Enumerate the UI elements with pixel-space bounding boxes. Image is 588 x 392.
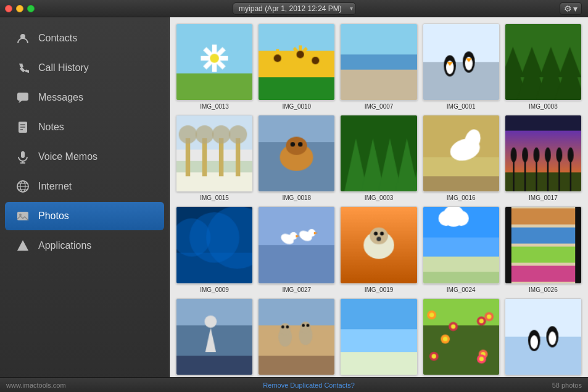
- photo-thumb-IMG_0008: [505, 23, 582, 101]
- photo-item-IMG_0018[interactable]: IMG_0018: [258, 115, 335, 201]
- photo-item-IMG_0008[interactable]: IMG_0008: [505, 23, 582, 110]
- photo-item-IMG_0010[interactable]: IMG_0010: [258, 23, 335, 110]
- photo-label-IMG_0019: IMG_0019: [365, 286, 394, 293]
- sidebar-item-applications[interactable]: Applications: [5, 231, 164, 260]
- messages-icon: [15, 90, 31, 106]
- photo-label-IMG_0026: IMG_0026: [529, 286, 558, 293]
- photo-thumb-IMG_0026: [505, 206, 582, 283]
- photo-thumb-IMG_0017: [505, 115, 582, 192]
- sidebar-item-label-messages: Messages: [38, 92, 83, 103]
- photo-label-IMG_0018: IMG_0018: [282, 194, 311, 201]
- photo-item-IMG_0009[interactable]: IMG_0009: [176, 206, 253, 293]
- photo-label-IMG_0001: IMG_0001: [447, 103, 476, 110]
- photo-thumb-IMG_0015: [176, 115, 253, 192]
- photo-item-IMG_0013[interactable]: IMG_0013: [176, 23, 253, 110]
- photo-label-IMG_0024: IMG_0024: [447, 286, 476, 293]
- photo-item-IMG_0003[interactable]: IMG_0003: [340, 115, 417, 201]
- photo-label-IMG_0008: IMG_0008: [529, 103, 558, 110]
- internet-icon: [15, 178, 31, 194]
- bottom-bar: www.imactools.com Remove Duplicated Cont…: [0, 377, 588, 392]
- photos-icon: [15, 208, 31, 224]
- close-button[interactable]: [5, 5, 12, 12]
- sidebar-item-voice-memos[interactable]: Voice Memos: [5, 143, 164, 171]
- minimize-button[interactable]: [16, 5, 23, 12]
- photo-item-IMG_0017[interactable]: IMG_0017: [505, 115, 582, 201]
- photo-item-IMG_0007[interactable]: IMG_0007: [340, 23, 417, 110]
- photo-label-IMG_0017: IMG_0017: [529, 194, 558, 201]
- sidebar-item-photos[interactable]: Photos: [5, 202, 164, 230]
- photo-thumb-IMG_0003: [340, 115, 417, 192]
- photo-item-IMG_0009b[interactable]: IMG_0009: [340, 298, 417, 385]
- photo-item-IMG_0011[interactable]: IMG_0011: [423, 298, 500, 385]
- sidebar-item-internet[interactable]: Internet: [5, 172, 164, 201]
- sidebar-item-messages[interactable]: Messages: [5, 83, 164, 112]
- website-link[interactable]: www.imactools.com: [6, 382, 66, 389]
- photo-item-IMG_0012[interactable]: IMG_0012: [176, 298, 253, 385]
- photo-thumb-IMG_0010: [258, 23, 335, 101]
- photo-item-IMG_0022[interactable]: IMG_0022: [258, 298, 335, 385]
- photo-item-IMG_0027[interactable]: IMG_0027: [258, 206, 335, 293]
- photo-item-IMG_0015[interactable]: IMG_0015: [176, 115, 253, 201]
- photo-item-IMG_0016[interactable]: IMG_0016: [423, 115, 500, 201]
- photo-thumb-IMG_0009: [176, 206, 253, 283]
- photo-thumb-IMG_0013: [176, 23, 253, 101]
- sidebar-item-notes[interactable]: Notes: [5, 113, 164, 141]
- photo-thumb-IMG_0025: [505, 298, 582, 375]
- photo-thumb-IMG_0019: [340, 206, 417, 283]
- sidebar-item-label-internet: Internet: [38, 181, 72, 192]
- photo-thumb-IMG_0024: [423, 206, 500, 283]
- device-selector[interactable]: myipad (Apr 1, 2012 12:24 PM) ▾: [233, 2, 356, 15]
- photo-label-IMG_0015: IMG_0015: [200, 194, 229, 201]
- photo-label-IMG_0003: IMG_0003: [365, 194, 394, 201]
- titlebar: myipad (Apr 1, 2012 12:24 PM) ▾ ⚙ ▾: [0, 0, 588, 17]
- notes-icon: [15, 119, 31, 135]
- sidebar-item-label-voice-memos: Voice Memos: [38, 151, 97, 162]
- photo-count: 58 photos: [552, 382, 582, 389]
- photo-thumb-IMG_0011: [423, 298, 500, 375]
- sidebar-item-call-history[interactable]: Call History: [5, 54, 164, 82]
- sidebar-item-label-photos: Photos: [38, 211, 69, 222]
- main-layout: ContactsCall HistoryMessagesNotesVoice M…: [0, 17, 588, 392]
- photo-label-IMG_0016: IMG_0016: [447, 194, 476, 201]
- photo-label-IMG_0009: IMG_0009: [200, 286, 229, 293]
- photo-item-IMG_0026[interactable]: IMG_0026: [505, 206, 582, 293]
- photo-thumb-IMG_0001: [423, 23, 500, 101]
- remove-duplicates-link[interactable]: Remove Duplicated Contacts?: [263, 382, 355, 389]
- photo-item-IMG_0019[interactable]: IMG_0019: [340, 206, 417, 293]
- chevron-down-icon: ▾: [350, 5, 353, 12]
- photo-thumb-IMG_0009b: [340, 298, 417, 375]
- applications-icon: [15, 238, 31, 254]
- photo-thumb-IMG_0016: [423, 115, 500, 192]
- photo-item-IMG_0001[interactable]: IMG_0001: [423, 23, 500, 110]
- photo-thumb-IMG_0022: [258, 298, 335, 375]
- photo-item-IMG_0025[interactable]: IMG_0025: [505, 298, 582, 385]
- photo-label-IMG_0010: IMG_0010: [282, 103, 311, 110]
- sidebar-item-label-call-history: Call History: [38, 62, 89, 73]
- svg-rect-7: [21, 151, 25, 158]
- photo-thumb-IMG_0007: [340, 23, 417, 101]
- photo-thumb-IMG_0012: [176, 298, 253, 375]
- gear-chevron-icon: ▾: [573, 4, 578, 14]
- sidebar-item-label-applications: Applications: [38, 240, 91, 251]
- photo-item-IMG_0024[interactable]: IMG_0024: [423, 206, 500, 293]
- photo-label-IMG_0027: IMG_0027: [282, 286, 311, 293]
- sidebar-item-label-contacts: Contacts: [38, 33, 77, 44]
- photo-thumb-IMG_0027: [258, 206, 335, 283]
- voice-memos-icon: [15, 149, 31, 165]
- photo-thumb-IMG_0018: [258, 115, 335, 192]
- contacts-icon: [15, 30, 31, 46]
- call-history-icon: [15, 60, 31, 76]
- sidebar: ContactsCall HistoryMessagesNotesVoice M…: [0, 17, 170, 392]
- gear-icon: ⚙: [564, 4, 572, 14]
- svg-rect-1: [17, 93, 28, 101]
- sidebar-item-label-notes: Notes: [38, 122, 64, 133]
- svg-marker-2: [19, 101, 22, 103]
- maximize-button[interactable]: [27, 5, 35, 12]
- sidebar-item-contacts[interactable]: Contacts: [5, 24, 164, 52]
- gear-button[interactable]: ⚙ ▾: [560, 2, 582, 15]
- photo-grid-container[interactable]: IMG_0013IMG_0010IMG_0007IMG_0001IMG_0008…: [170, 17, 588, 392]
- photo-label-IMG_0007: IMG_0007: [365, 103, 394, 110]
- traffic-lights: [5, 5, 35, 12]
- photo-label-IMG_0013: IMG_0013: [200, 103, 229, 110]
- photo-grid: IMG_0013IMG_0010IMG_0007IMG_0001IMG_0008…: [176, 23, 582, 392]
